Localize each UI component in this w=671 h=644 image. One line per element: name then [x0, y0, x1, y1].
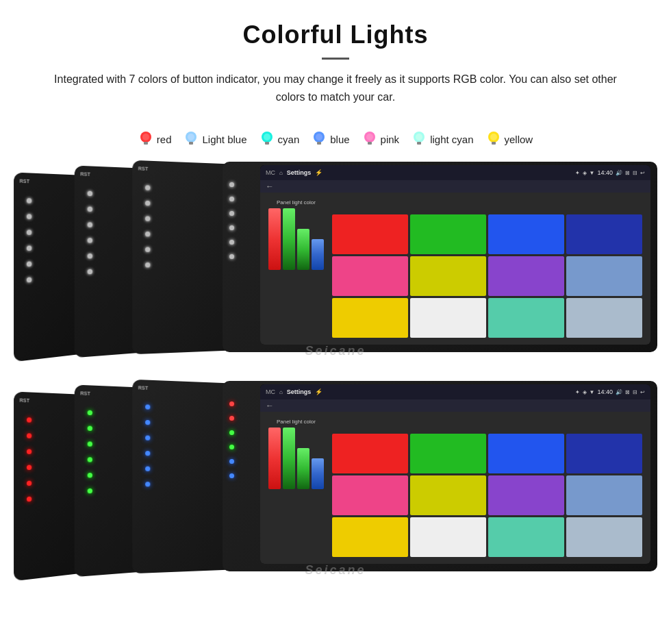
bulb-icon-yellow [486, 130, 501, 148]
svg-rect-8 [265, 142, 269, 145]
color-label-red: red [157, 134, 172, 145]
watermark-top: Seicane [305, 344, 366, 358]
svg-point-3 [142, 134, 149, 140]
panel-light-label-bottom: Panel light color [268, 419, 324, 425]
device-group-top: RST RST [14, 162, 657, 364]
svg-point-21 [490, 134, 497, 140]
bulb-icon-red [138, 130, 153, 148]
bulb-icon-lightcyan [412, 130, 427, 148]
svg-rect-17 [417, 142, 421, 145]
color-item-blue: blue [312, 130, 349, 148]
color-indicators-row: red Light blue cyan [0, 130, 671, 148]
color-label-yellow: yellow [505, 134, 533, 145]
svg-rect-2 [144, 142, 148, 145]
divider [322, 58, 349, 60]
color-label-lightcyan: light cyan [430, 134, 473, 145]
watermark-bottom: Seicane [305, 563, 366, 578]
header-section: Colorful Lights Integrated with 7 colors… [0, 0, 671, 123]
color-item-lightcyan: light cyan [412, 130, 473, 148]
svg-rect-5 [189, 142, 193, 145]
color-item-lightblue: Light blue [183, 130, 246, 148]
svg-point-18 [416, 134, 422, 140]
color-label-lightblue: Light blue [202, 134, 246, 145]
color-item-yellow: yellow [486, 130, 533, 148]
svg-point-15 [366, 134, 373, 140]
svg-rect-14 [368, 142, 372, 145]
devices-section: RST RST [0, 162, 671, 604]
page-container: Colorful Lights Integrated with 7 colors… [0, 0, 671, 604]
panel-light-label: Panel light color [268, 199, 324, 206]
color-label-pink: pink [381, 134, 400, 145]
svg-point-6 [188, 134, 194, 140]
svg-point-12 [316, 134, 322, 140]
bulb-icon-pink [362, 130, 377, 148]
color-item-red: red [138, 130, 172, 148]
screen-time-bottom: 14:40 [597, 388, 613, 395]
svg-point-9 [264, 134, 270, 140]
bulb-icon-blue [312, 130, 327, 148]
bulb-icon-cyan [259, 130, 275, 148]
svg-rect-11 [317, 142, 321, 145]
color-label-blue: blue [330, 134, 349, 145]
color-item-pink: pink [362, 130, 400, 148]
screen-time: 14:40 [597, 169, 613, 176]
svg-rect-20 [492, 142, 496, 145]
color-item-cyan: cyan [259, 130, 300, 148]
device-group-bottom: RST RST [14, 381, 657, 583]
color-label-cyan: cyan [278, 134, 300, 145]
page-title: Colorful Lights [14, 21, 657, 49]
header-description: Integrated with 7 colors of button indic… [41, 71, 630, 106]
bulb-icon-lightblue [183, 130, 199, 148]
